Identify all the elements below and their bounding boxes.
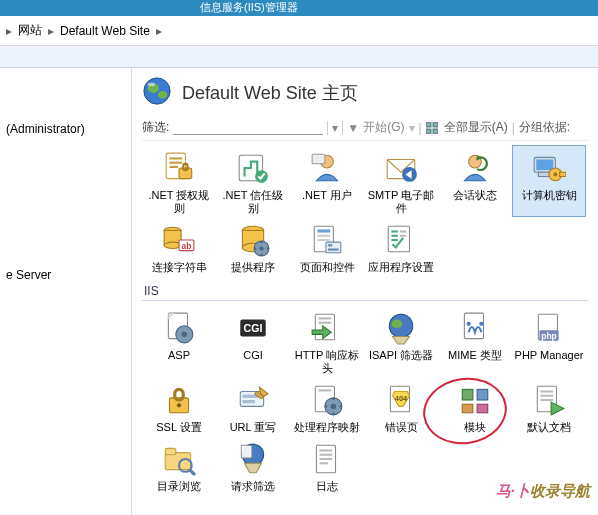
feature-modules[interactable]: 模块: [438, 377, 512, 436]
feature-label: 提供程序: [231, 261, 275, 274]
svg-rect-7: [426, 129, 431, 134]
svg-point-69: [467, 322, 471, 326]
svg-text:ab: ab: [181, 241, 191, 251]
feature-net-trust-levels[interactable]: .NET 信任级别: [216, 145, 290, 217]
feature-label: .NET 用户: [302, 189, 352, 202]
show-all-button[interactable]: 全部显示(A): [444, 119, 508, 136]
feature-request-filtering[interactable]: 请求筛选: [216, 436, 290, 495]
feature-isapi-filters[interactable]: ISAPI 筛选器: [364, 305, 438, 377]
breadcrumb-separator: ▸: [48, 24, 54, 38]
smtp-email-icon: [384, 151, 418, 185]
feature-url-rewrite[interactable]: URL 重写: [216, 377, 290, 436]
svg-rect-47: [326, 242, 341, 253]
feature-machine-key[interactable]: 计算机密钥: [512, 145, 586, 217]
svg-rect-93: [462, 389, 473, 400]
svg-rect-49: [328, 249, 339, 251]
feature-session-state[interactable]: 会话状态: [438, 145, 512, 217]
main-content: Default Web Site 主页 筛选: ▾ ▼ 开始(G) ▾ | 全部…: [132, 68, 598, 515]
breadcrumb-separator: ▸: [156, 24, 162, 38]
feature-ssl-settings[interactable]: SSL 设置: [142, 377, 216, 436]
svg-rect-53: [391, 239, 397, 241]
svg-point-2: [158, 91, 167, 99]
feature-label: 处理程序映射: [294, 421, 360, 434]
feature-smtp-email[interactable]: SMTP 电子邮件: [364, 145, 438, 217]
feature-http-response-headers[interactable]: HTTP 响应标头: [290, 305, 364, 377]
feature-label: MIME 类型: [448, 349, 502, 362]
svg-rect-10: [169, 157, 182, 159]
svg-rect-6: [433, 122, 438, 127]
feature-label: HTTP 响应标头: [292, 349, 362, 375]
svg-rect-111: [320, 458, 333, 460]
svg-rect-51: [391, 230, 397, 232]
filter-input[interactable]: [173, 120, 323, 135]
page-title: Default Web Site 主页: [182, 81, 358, 105]
svg-rect-44: [317, 229, 330, 232]
svg-rect-83: [319, 389, 332, 391]
features-grid: .NET 授权规则.NET 信任级别.NET 用户SMTP 电子邮件会话状态计算…: [142, 145, 588, 495]
svg-rect-11: [169, 162, 182, 164]
feature-label: .NET 授权规则: [144, 189, 214, 215]
feature-label: 错误页: [385, 421, 418, 434]
svg-rect-99: [541, 395, 554, 397]
feature-asp[interactable]: ASP: [142, 305, 216, 377]
tree-item-server[interactable]: e Server: [4, 264, 127, 286]
svg-rect-109: [320, 449, 333, 451]
net-trust-levels-icon: [236, 151, 270, 185]
feature-net-users[interactable]: .NET 用户: [290, 145, 364, 217]
application-settings-icon: [384, 223, 418, 257]
feature-default-document[interactable]: 默认文档: [512, 377, 586, 436]
svg-rect-45: [317, 235, 330, 237]
svg-point-76: [177, 403, 181, 407]
feature-application-settings[interactable]: 应用程序设置: [364, 217, 438, 276]
asp-icon: [162, 311, 196, 345]
logging-icon: [310, 442, 344, 476]
svg-rect-100: [541, 399, 554, 401]
toolbar-separator: |: [419, 121, 422, 135]
svg-rect-52: [391, 235, 397, 237]
filter-dropdown[interactable]: ▾: [327, 121, 343, 135]
directory-browsing-icon: [162, 442, 196, 476]
breadcrumb-item-sites[interactable]: 网站: [18, 22, 42, 39]
feature-net-authorization[interactable]: .NET 授权规则: [142, 145, 216, 217]
feature-label: 计算机密钥: [522, 189, 577, 202]
feature-handler-mappings[interactable]: 处理程序映射: [290, 377, 364, 436]
feature-mime-types[interactable]: MIME 类型: [438, 305, 512, 377]
svg-point-67: [391, 320, 402, 329]
svg-rect-94: [477, 389, 488, 400]
isapi-filters-icon: [384, 311, 418, 345]
go-icon: ▼: [347, 121, 359, 135]
breadcrumb-item-default-website[interactable]: Default Web Site: [60, 24, 150, 38]
connections-tree[interactable]: (Administrator) e Server: [0, 68, 132, 515]
url-rewrite-icon: [236, 383, 270, 417]
svg-rect-55: [400, 235, 406, 237]
go-button[interactable]: 开始(G): [363, 119, 404, 136]
feature-pages-and-controls[interactable]: 页面和控件: [290, 217, 364, 276]
svg-point-4: [148, 83, 156, 87]
feature-cgi[interactable]: CGICGI: [216, 305, 290, 377]
feature-connection-strings[interactable]: ab连接字符串: [142, 217, 216, 276]
feature-label: 连接字符串: [152, 261, 207, 274]
svg-point-59: [182, 332, 187, 337]
tree-item-administrator[interactable]: (Administrator): [4, 118, 127, 140]
feature-label: ISAPI 筛选器: [369, 349, 433, 362]
svg-rect-63: [319, 317, 332, 319]
feature-logging[interactable]: 日志: [290, 436, 364, 495]
feature-label: 页面和控件: [300, 261, 355, 274]
feature-error-pages[interactable]: 404错误页: [364, 377, 438, 436]
show-all-icon: [426, 122, 438, 134]
connection-strings-icon: ab: [162, 223, 196, 257]
group-header-iis: IIS: [142, 280, 588, 301]
feature-label: PHP Manager: [515, 349, 584, 362]
feature-php-manager[interactable]: phpPHP Manager: [512, 305, 586, 377]
svg-rect-98: [541, 390, 554, 392]
globe-icon: [142, 76, 172, 109]
toolbar-separator: |: [512, 121, 515, 135]
svg-rect-110: [320, 454, 333, 456]
machine-key-icon: [532, 151, 566, 185]
feature-providers[interactable]: 提供程序: [216, 217, 290, 276]
ssl-settings-icon: [162, 383, 196, 417]
mime-types-icon: [458, 311, 492, 345]
feature-directory-browsing[interactable]: 目录浏览: [142, 436, 216, 495]
error-pages-icon: 404: [384, 383, 418, 417]
feature-label: 请求筛选: [231, 480, 275, 493]
